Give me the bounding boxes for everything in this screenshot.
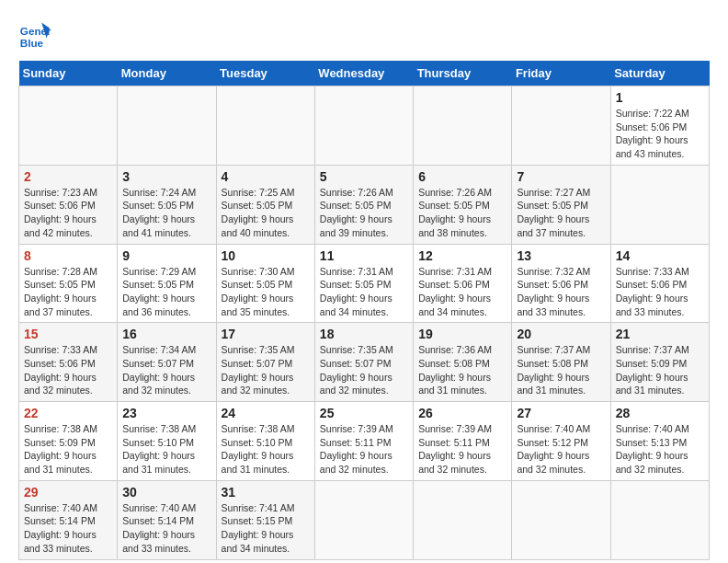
cell-sun-info: Sunrise: 7:36 AMSunset: 5:08 PMDaylight:… <box>418 343 506 397</box>
day-number: 10 <box>222 248 310 263</box>
day-number: 22 <box>24 406 112 420</box>
calendar-cell: 3Sunrise: 7:24 AMSunset: 5:05 PMDaylight… <box>118 165 216 244</box>
cell-sun-info: Sunrise: 7:38 AMSunset: 5:09 PMDaylight:… <box>24 422 112 477</box>
cell-sun-info: Sunrise: 7:40 AMSunset: 5:14 PMDaylight:… <box>24 501 112 556</box>
calendar-cell: 17Sunrise: 7:35 AMSunset: 5:07 PMDayligh… <box>216 323 314 402</box>
col-header-wednesday: Wednesday <box>314 61 413 86</box>
cell-sun-info: Sunrise: 7:33 AMSunset: 5:06 PMDaylight:… <box>24 343 112 397</box>
calendar-cell: 12Sunrise: 7:31 AMSunset: 5:06 PMDayligh… <box>414 244 512 323</box>
cell-sun-info: Sunrise: 7:41 AMSunset: 5:15 PMDaylight:… <box>222 501 310 556</box>
calendar-cell: 11Sunrise: 7:31 AMSunset: 5:05 PMDayligh… <box>314 244 413 323</box>
day-number: 31 <box>222 485 310 500</box>
calendar-cell <box>314 480 413 559</box>
calendar-cell: 13Sunrise: 7:32 AMSunset: 5:06 PMDayligh… <box>512 244 610 323</box>
page-header: General Blue <box>18 18 710 52</box>
day-number: 30 <box>122 485 210 500</box>
day-number: 24 <box>222 406 310 420</box>
day-number: 14 <box>616 248 704 263</box>
day-number: 13 <box>517 248 605 263</box>
calendar-cell: 21Sunrise: 7:37 AMSunset: 5:09 PMDayligh… <box>610 323 709 402</box>
calendar-cell <box>314 86 413 166</box>
calendar-cell: 8Sunrise: 7:28 AMSunset: 5:05 PMDaylight… <box>19 244 118 323</box>
calendar-cell <box>118 86 216 166</box>
cell-sun-info: Sunrise: 7:25 AMSunset: 5:05 PMDaylight:… <box>222 186 310 240</box>
cell-sun-info: Sunrise: 7:35 AMSunset: 5:07 PMDaylight:… <box>222 343 310 397</box>
col-header-tuesday: Tuesday <box>216 61 314 86</box>
day-number: 7 <box>517 169 605 184</box>
col-header-monday: Monday <box>118 61 216 86</box>
day-number: 25 <box>320 406 408 420</box>
cell-sun-info: Sunrise: 7:22 AMSunset: 5:06 PMDaylight:… <box>616 107 704 161</box>
calendar-cell: 14Sunrise: 7:33 AMSunset: 5:06 PMDayligh… <box>610 244 709 323</box>
cell-sun-info: Sunrise: 7:26 AMSunset: 5:05 PMDaylight:… <box>418 186 506 240</box>
day-number: 23 <box>122 406 210 420</box>
calendar-cell: 1Sunrise: 7:22 AMSunset: 5:06 PMDaylight… <box>610 86 709 166</box>
calendar-cell: 30Sunrise: 7:40 AMSunset: 5:14 PMDayligh… <box>118 480 216 559</box>
day-number: 29 <box>24 485 112 500</box>
calendar-cell: 9Sunrise: 7:29 AMSunset: 5:05 PMDaylight… <box>118 244 216 323</box>
calendar-cell <box>512 86 610 166</box>
calendar-table: SundayMondayTuesdayWednesdayThursdayFrid… <box>18 61 710 560</box>
week-row-1: 1Sunrise: 7:22 AMSunset: 5:06 PMDaylight… <box>19 86 710 166</box>
week-row-5: 22Sunrise: 7:38 AMSunset: 5:09 PMDayligh… <box>19 402 710 481</box>
calendar-cell: 2Sunrise: 7:23 AMSunset: 5:06 PMDaylight… <box>19 165 118 244</box>
cell-sun-info: Sunrise: 7:37 AMSunset: 5:08 PMDaylight:… <box>517 343 605 397</box>
calendar-cell: 26Sunrise: 7:39 AMSunset: 5:11 PMDayligh… <box>414 402 512 481</box>
cell-sun-info: Sunrise: 7:29 AMSunset: 5:05 PMDaylight:… <box>122 265 210 319</box>
day-number: 3 <box>122 169 210 184</box>
cell-sun-info: Sunrise: 7:34 AMSunset: 5:07 PMDaylight:… <box>122 343 210 397</box>
calendar-cell <box>414 86 512 166</box>
calendar-cell <box>610 165 709 244</box>
day-number: 4 <box>222 169 310 184</box>
day-number: 11 <box>320 248 408 263</box>
calendar-cell: 20Sunrise: 7:37 AMSunset: 5:08 PMDayligh… <box>512 323 610 402</box>
cell-sun-info: Sunrise: 7:39 AMSunset: 5:11 PMDaylight:… <box>320 422 408 477</box>
day-number: 8 <box>24 248 112 263</box>
week-row-6: 29Sunrise: 7:40 AMSunset: 5:14 PMDayligh… <box>19 480 710 559</box>
col-header-sunday: Sunday <box>19 61 118 86</box>
calendar-cell <box>610 480 709 559</box>
day-number: 17 <box>222 327 310 341</box>
day-number: 20 <box>517 327 605 341</box>
cell-sun-info: Sunrise: 7:24 AMSunset: 5:05 PMDaylight:… <box>122 186 210 240</box>
calendar-cell: 22Sunrise: 7:38 AMSunset: 5:09 PMDayligh… <box>19 402 118 481</box>
calendar-cell <box>414 480 512 559</box>
calendar-cell <box>512 480 610 559</box>
calendar-cell: 18Sunrise: 7:35 AMSunset: 5:07 PMDayligh… <box>314 323 413 402</box>
calendar-cell: 24Sunrise: 7:38 AMSunset: 5:10 PMDayligh… <box>216 402 314 481</box>
day-number: 21 <box>616 327 704 341</box>
cell-sun-info: Sunrise: 7:35 AMSunset: 5:07 PMDaylight:… <box>320 343 408 397</box>
cell-sun-info: Sunrise: 7:31 AMSunset: 5:06 PMDaylight:… <box>418 265 506 319</box>
day-number: 16 <box>122 327 210 341</box>
calendar-cell: 27Sunrise: 7:40 AMSunset: 5:12 PMDayligh… <box>512 402 610 481</box>
col-header-saturday: Saturday <box>610 61 709 86</box>
cell-sun-info: Sunrise: 7:40 AMSunset: 5:14 PMDaylight:… <box>122 501 210 556</box>
cell-sun-info: Sunrise: 7:27 AMSunset: 5:05 PMDaylight:… <box>517 186 605 240</box>
calendar-cell: 31Sunrise: 7:41 AMSunset: 5:15 PMDayligh… <box>216 480 314 559</box>
cell-sun-info: Sunrise: 7:28 AMSunset: 5:05 PMDaylight:… <box>24 265 112 319</box>
day-number: 28 <box>616 406 704 420</box>
calendar-cell: 16Sunrise: 7:34 AMSunset: 5:07 PMDayligh… <box>118 323 216 402</box>
calendar-cell <box>216 86 314 166</box>
cell-sun-info: Sunrise: 7:32 AMSunset: 5:06 PMDaylight:… <box>517 265 605 319</box>
calendar-cell: 4Sunrise: 7:25 AMSunset: 5:05 PMDaylight… <box>216 165 314 244</box>
cell-sun-info: Sunrise: 7:23 AMSunset: 5:06 PMDaylight:… <box>24 186 112 240</box>
week-row-2: 2Sunrise: 7:23 AMSunset: 5:06 PMDaylight… <box>19 165 710 244</box>
week-row-4: 15Sunrise: 7:33 AMSunset: 5:06 PMDayligh… <box>19 323 710 402</box>
col-header-friday: Friday <box>512 61 610 86</box>
day-number: 19 <box>418 327 506 341</box>
calendar-cell: 23Sunrise: 7:38 AMSunset: 5:10 PMDayligh… <box>118 402 216 481</box>
day-number: 26 <box>418 406 506 420</box>
calendar-cell: 25Sunrise: 7:39 AMSunset: 5:11 PMDayligh… <box>314 402 413 481</box>
day-number: 12 <box>418 248 506 263</box>
week-row-3: 8Sunrise: 7:28 AMSunset: 5:05 PMDaylight… <box>19 244 710 323</box>
day-number: 2 <box>24 169 112 184</box>
day-number: 6 <box>418 169 506 184</box>
day-number: 5 <box>320 169 408 184</box>
cell-sun-info: Sunrise: 7:37 AMSunset: 5:09 PMDaylight:… <box>616 343 704 397</box>
cell-sun-info: Sunrise: 7:38 AMSunset: 5:10 PMDaylight:… <box>122 422 210 477</box>
cell-sun-info: Sunrise: 7:31 AMSunset: 5:05 PMDaylight:… <box>320 265 408 319</box>
calendar-cell: 7Sunrise: 7:27 AMSunset: 5:05 PMDaylight… <box>512 165 610 244</box>
svg-text:Blue: Blue <box>20 37 44 49</box>
cell-sun-info: Sunrise: 7:33 AMSunset: 5:06 PMDaylight:… <box>616 265 704 319</box>
